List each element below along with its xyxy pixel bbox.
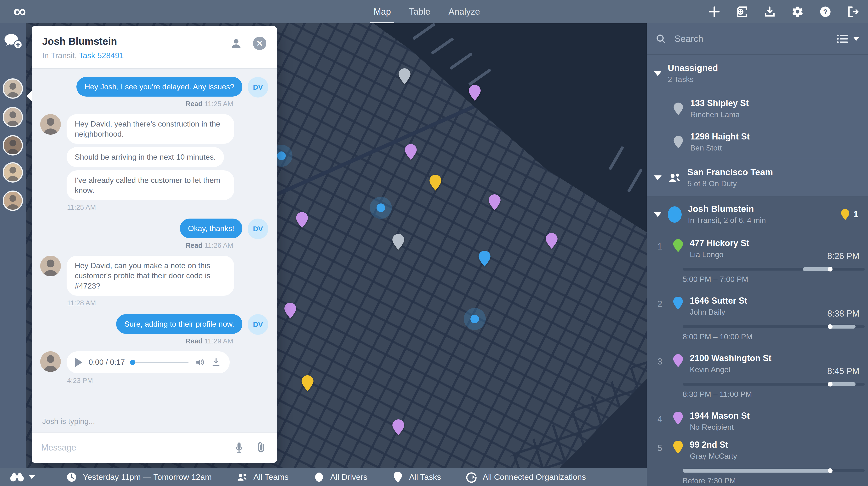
conversation-avatar-active[interactable]	[3, 107, 23, 127]
task-progress-bar	[683, 469, 865, 472]
conversation-avatar[interactable]	[3, 135, 23, 155]
incoming-bubble: Hey David, can you make a note on this c…	[67, 256, 234, 296]
outgoing-bubble: Sure, adding to their profile now.	[116, 314, 242, 334]
task-pin-icon	[673, 441, 683, 454]
new-chat-icon[interactable]	[3, 33, 23, 50]
task-pin-purple[interactable]	[284, 303, 296, 318]
task-pin-purple[interactable]	[489, 194, 501, 210]
driver-task-row[interactable]: 1477 Hickory StLia Longo8:26 PM5:00 PM –…	[647, 233, 868, 290]
task-sequence-number: 4	[647, 411, 673, 424]
message-timestamp: 11:28 AM	[67, 299, 268, 307]
outgoing-message: Hey Josh, I see you're delayed. Any issu…	[40, 77, 268, 97]
message-input[interactable]	[41, 443, 223, 453]
svg-text:?: ?	[823, 8, 828, 16]
attachment-icon[interactable]	[255, 442, 267, 454]
task-pin-purple[interactable]	[469, 85, 481, 101]
driver-location-dot[interactable]	[277, 151, 286, 160]
filter-teams[interactable]: All Teams	[237, 472, 289, 483]
incoming-bubble: Should be arriving in the next 10 minute…	[67, 147, 224, 167]
download-audio-icon[interactable]	[211, 357, 221, 367]
task-recipient: No Recipient	[690, 423, 750, 432]
binoculars-icon	[9, 471, 25, 483]
filter-driver-oval[interactable]: All Drivers	[313, 472, 367, 483]
add-icon[interactable]	[708, 5, 720, 18]
task-address: 133 Shipley St	[690, 98, 749, 108]
task-progress-bar	[683, 383, 865, 386]
driver-name: Josh Blumstein	[688, 204, 766, 214]
task-address: 1646 Sutter St	[690, 296, 747, 306]
task-pin-gray[interactable]	[392, 234, 404, 250]
tab-analyze[interactable]: Analyze	[448, 0, 480, 23]
conversation-avatar[interactable]	[3, 79, 23, 99]
import-icon[interactable]	[736, 5, 748, 18]
task-progress-bar	[683, 268, 865, 271]
filter-connected-orgs[interactable]: All Connected Organizations	[466, 472, 586, 483]
download-icon[interactable]	[764, 5, 776, 18]
task-pin-purple[interactable]	[405, 144, 417, 160]
driver-task-row[interactable]: 41944 Mason StNo Recipient	[647, 405, 868, 434]
task-eta: 8:26 PM	[827, 251, 859, 261]
typing-indicator: Josh is typing...	[42, 417, 95, 426]
incoming-message: Hey David, yeah there's construction in …	[40, 114, 268, 200]
driver-task-row[interactable]: 599 2nd StGray McCartyBefore 7:30 PM	[647, 434, 868, 486]
outgoing-message: Okay, thanks!DV	[40, 218, 268, 239]
conversation-rail	[0, 23, 26, 468]
unassigned-task-row[interactable]: 1298 Haight StBen Stott	[647, 125, 868, 159]
task-pin-gray[interactable]	[399, 68, 410, 84]
tab-map[interactable]: Map	[374, 0, 391, 23]
chevron-down-icon	[853, 37, 859, 41]
driver-row[interactable]: Josh BlumsteinIn Transit, 2 of 6, 4 min1	[647, 196, 868, 233]
filter-clock[interactable]: Yesterday 11pm — Tomorrow 12am	[66, 472, 212, 483]
volume-icon[interactable]	[195, 357, 205, 367]
task-pin-yellow[interactable]	[429, 175, 441, 190]
driver-location-dot[interactable]	[376, 204, 385, 212]
tab-table[interactable]: Table	[409, 0, 430, 23]
group-title: Unassigned	[668, 63, 718, 73]
conversation-avatar[interactable]	[3, 162, 23, 183]
driver-task-row[interactable]: 21646 Sutter StJohn Baily8:38 PM8:00 PM …	[647, 290, 868, 347]
task-pin-purple[interactable]	[546, 233, 558, 249]
task-pin-purple[interactable]	[392, 419, 404, 435]
help-icon[interactable]: ?	[819, 5, 832, 18]
group-header-team[interactable]: San Francisco Team5 of 8 On Duty	[647, 159, 868, 196]
task-sequence-number: 3	[647, 353, 673, 367]
chat-pointer-notch	[26, 90, 32, 102]
lookup-control[interactable]	[9, 471, 35, 483]
chat-close-button[interactable]: ✕	[253, 37, 266, 50]
task-pin-purple[interactable]	[296, 212, 308, 228]
audio-seek-thumb[interactable]	[130, 360, 135, 365]
audio-player: 0:00 / 0:17	[67, 351, 230, 373]
chat-task-link[interactable]: Task 528491	[79, 51, 124, 60]
contact-profile-icon[interactable]	[230, 37, 242, 50]
filter-task-pin[interactable]: All Tasks	[392, 472, 441, 483]
app-logo[interactable]: ∞	[13, 0, 26, 22]
audio-seek-slider[interactable]	[131, 362, 188, 363]
sender-initials-avatar: DV	[248, 314, 268, 335]
unassigned-task-row[interactable]: 133 Shipley StRinchen Lama	[647, 92, 868, 125]
conversation-avatar[interactable]	[3, 190, 23, 211]
contact-photo-avatar	[40, 114, 61, 135]
task-recipient: Lia Longo	[690, 250, 749, 259]
main-tabs: MapTableAnalyze	[374, 0, 480, 23]
dispatch-sidebar: Unassigned2 Tasks133 Shipley StRinchen L…	[647, 23, 868, 486]
task-recipient: Gray McCarty	[690, 452, 737, 461]
group-header-unassigned[interactable]: Unassigned2 Tasks	[647, 55, 868, 92]
task-address: 99 2nd St	[690, 440, 737, 450]
driver-task-row[interactable]: 32100 Washington StKevin Angel8:45 PM8:3…	[647, 347, 868, 405]
team-subtitle: 5 of 8 On Duty	[687, 179, 773, 188]
sender-initials-avatar: DV	[248, 218, 268, 239]
settings-icon[interactable]	[792, 5, 804, 18]
logout-icon[interactable]	[847, 5, 859, 18]
task-pin-icon	[673, 239, 683, 252]
chevron-down-icon	[654, 212, 661, 217]
task-pin-yellow[interactable]	[302, 375, 313, 391]
driver-location-dot[interactable]	[470, 315, 479, 323]
chat-message-list: Hey Josh, I see you're delayed. Any issu…	[32, 69, 277, 432]
search-input[interactable]	[675, 34, 828, 44]
task-pin-blue[interactable]	[478, 251, 491, 267]
play-icon[interactable]	[75, 358, 83, 367]
task-pin-icon	[392, 472, 403, 483]
driver-task-badge: 1	[841, 209, 859, 220]
list-view-toggle[interactable]	[836, 33, 859, 45]
microphone-icon[interactable]	[233, 442, 245, 454]
